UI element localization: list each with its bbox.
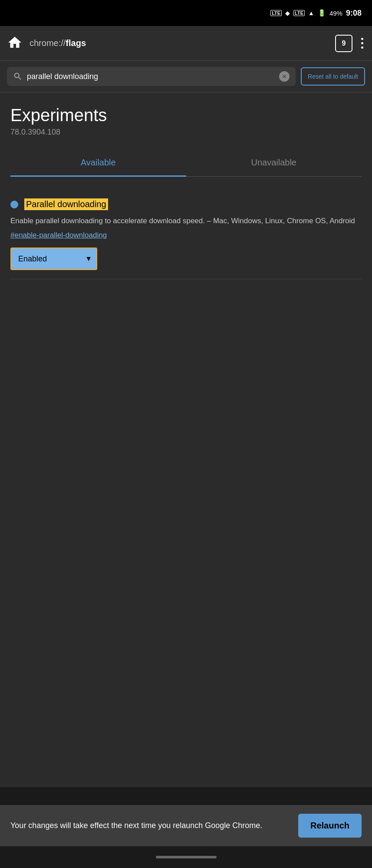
more-menu-button[interactable] (359, 36, 365, 50)
menu-dot (361, 38, 363, 40)
search-wrapper (7, 67, 296, 86)
flag-header: Parallel downloading (10, 198, 362, 210)
tab-count-button[interactable]: 9 (335, 35, 352, 52)
nav-bar (0, 846, 372, 868)
wifi-icon: ◆ (285, 10, 290, 17)
reset-all-button[interactable]: Reset all to default (301, 67, 365, 86)
home-button[interactable] (7, 35, 23, 52)
version-text: 78.0.3904.108 (10, 128, 362, 137)
flag-status-wrapper: Default Enabled Disabled ▼ (10, 248, 97, 270)
status-bar: LTE ◆ LTE ▲ 🔋 49% 9:08 (0, 0, 372, 26)
flag-indicator (10, 201, 18, 208)
address-protocol: chrome:// (30, 38, 66, 48)
search-icon (13, 72, 23, 81)
browser-toolbar: chrome://flags 9 (0, 26, 372, 61)
signal-icon: ▲ (308, 10, 314, 17)
status-time: 9:08 (346, 9, 362, 18)
notification-message: Your changes will take effect the next t… (10, 820, 290, 832)
flag-status-select[interactable]: Default Enabled Disabled (10, 248, 97, 270)
clear-search-button[interactable] (279, 71, 290, 82)
flag-description: Enable parallel downloading to accelerat… (10, 215, 362, 227)
flag-anchor[interactable]: #enable-parallel-downloading (10, 231, 362, 240)
flag-item: Parallel downloading Enable parallel dow… (10, 190, 362, 279)
address-bar[interactable]: chrome://flags (30, 38, 328, 48)
flag-title: Parallel downloading (24, 198, 108, 210)
main-content: Experiments 78.0.3904.108 Available Unav… (0, 92, 372, 787)
battery-icon: 🔋 (318, 9, 326, 17)
search-input[interactable] (27, 72, 275, 81)
lte-icon: LTE (270, 10, 282, 16)
battery-percentage: 49% (329, 10, 342, 17)
tab-available[interactable]: Available (10, 150, 186, 177)
address-path: flags (66, 38, 86, 48)
status-icons: LTE ◆ LTE ▲ 🔋 49% 9:08 (270, 9, 362, 18)
menu-dot (361, 46, 363, 49)
menu-dot (361, 42, 363, 44)
relaunch-button[interactable]: Relaunch (298, 814, 362, 838)
search-bar-container: Reset all to default (0, 61, 372, 92)
tabs-container: Available Unavailable (10, 150, 362, 177)
bottom-notification: Your changes will take effect the next t… (0, 805, 372, 846)
tab-count-label: 9 (342, 40, 346, 47)
nav-pill (156, 856, 217, 858)
lte2-icon: LTE (293, 10, 305, 16)
page-title: Experiments (10, 106, 362, 125)
tab-unavailable[interactable]: Unavailable (186, 150, 362, 176)
